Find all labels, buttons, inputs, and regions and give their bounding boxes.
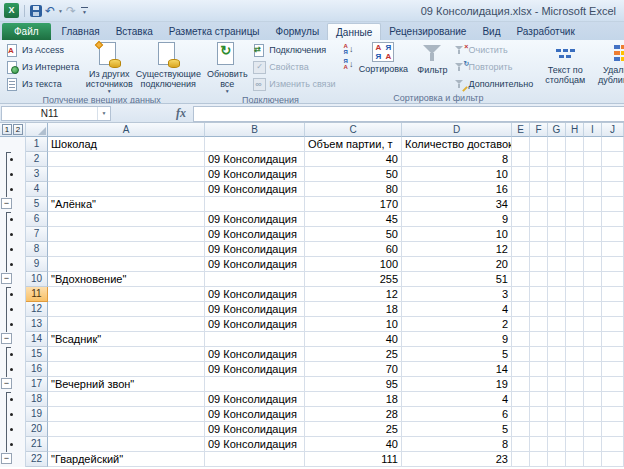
existing-connections-button[interactable]: Существующие подключения [137, 41, 199, 89]
cell-I5[interactable] [584, 197, 602, 212]
cell-C16[interactable]: 70 [305, 362, 402, 377]
column-header-I[interactable]: I [584, 123, 602, 137]
column-header-F[interactable]: F [530, 123, 548, 137]
cell-B14[interactable] [205, 332, 305, 347]
ribbon-tab-2[interactable]: Вставка [108, 23, 161, 40]
cell-E7[interactable] [512, 227, 530, 242]
cell-H5[interactable] [566, 197, 584, 212]
column-header-C[interactable]: C [305, 123, 402, 137]
cell-G18[interactable] [548, 392, 566, 407]
cell-I2[interactable] [584, 152, 602, 167]
cell-D4[interactable]: 16 [402, 182, 512, 197]
cell-I12[interactable] [584, 302, 602, 317]
ribbon-tab-3[interactable]: Разметка страницы [161, 23, 268, 40]
row-header-14[interactable]: 14 [26, 332, 48, 347]
cell-J16[interactable] [602, 362, 624, 377]
cell-B7[interactable]: 09 Консолидация [205, 227, 305, 242]
cell-D12[interactable]: 4 [402, 302, 512, 317]
cell-I19[interactable] [584, 407, 602, 422]
cell-A4[interactable] [48, 182, 205, 197]
cell-J1[interactable] [602, 137, 624, 152]
cell-F7[interactable] [530, 227, 548, 242]
row-header-19[interactable]: 19 [26, 407, 48, 422]
outline-level-button-2[interactable]: 2 [13, 124, 23, 135]
cell-F16[interactable] [530, 362, 548, 377]
formula-input[interactable] [193, 106, 624, 122]
outline-collapse-button[interactable]: − [1, 453, 12, 464]
cell-G17[interactable] [548, 377, 566, 392]
cell-B11[interactable]: 09 Консолидация [205, 287, 305, 302]
cell-E15[interactable] [512, 347, 530, 362]
cell-F9[interactable] [530, 257, 548, 272]
cell-G10[interactable] [548, 272, 566, 287]
cell-B12[interactable]: 09 Консолидация [205, 302, 305, 317]
row-header-13[interactable]: 13 [26, 317, 48, 332]
sort-descending-button[interactable]: ЯА ↓ [342, 57, 356, 71]
save-icon[interactable] [30, 5, 42, 17]
cell-G19[interactable] [548, 407, 566, 422]
customize-qat-icon[interactable]: ▼ [79, 5, 90, 16]
cell-I22[interactable] [584, 452, 602, 467]
cell-A11[interactable] [48, 287, 205, 302]
cell-D20[interactable]: 5 [402, 422, 512, 437]
cell-I8[interactable] [584, 242, 602, 257]
cell-G1[interactable] [548, 137, 566, 152]
cell-J10[interactable] [602, 272, 624, 287]
cell-E18[interactable] [512, 392, 530, 407]
ribbon-tab-8[interactable]: Разработчик [509, 23, 583, 40]
cell-I14[interactable] [584, 332, 602, 347]
column-header-J[interactable]: J [602, 123, 624, 137]
row-header-12[interactable]: 12 [26, 302, 48, 317]
cell-J19[interactable] [602, 407, 624, 422]
cell-G2[interactable] [548, 152, 566, 167]
cell-C21[interactable]: 40 [305, 437, 402, 452]
cell-I15[interactable] [584, 347, 602, 362]
cell-F20[interactable] [530, 422, 548, 437]
cell-B13[interactable]: 09 Консолидация [205, 317, 305, 332]
cell-F12[interactable] [530, 302, 548, 317]
cell-F13[interactable] [530, 317, 548, 332]
remove-duplicates-button[interactable]: Удалить дубликаты [591, 41, 624, 85]
cell-E1[interactable] [512, 137, 530, 152]
cell-G11[interactable] [548, 287, 566, 302]
row-header-15[interactable]: 15 [26, 347, 48, 362]
cell-J11[interactable] [602, 287, 624, 302]
column-header-H[interactable]: H [566, 123, 584, 137]
cell-F21[interactable] [530, 437, 548, 452]
ribbon-tab-1[interactable]: Главная [54, 23, 108, 40]
cell-I17[interactable] [584, 377, 602, 392]
cell-A14[interactable]: "Всадник" [48, 332, 205, 347]
cell-E12[interactable] [512, 302, 530, 317]
cell-A6[interactable] [48, 212, 205, 227]
cell-H21[interactable] [566, 437, 584, 452]
cell-G13[interactable] [548, 317, 566, 332]
name-box[interactable]: N11 ▼ [1, 106, 111, 121]
cell-I6[interactable] [584, 212, 602, 227]
cell-A17[interactable]: "Вечерний звон" [48, 377, 205, 392]
cell-J8[interactable] [602, 242, 624, 257]
cell-H12[interactable] [566, 302, 584, 317]
cell-G7[interactable] [548, 227, 566, 242]
cell-A16[interactable] [48, 362, 205, 377]
cell-E3[interactable] [512, 167, 530, 182]
cell-I21[interactable] [584, 437, 602, 452]
cell-E21[interactable] [512, 437, 530, 452]
ribbon-tab-4[interactable]: Формулы [268, 23, 328, 40]
cell-I16[interactable] [584, 362, 602, 377]
cell-F11[interactable] [530, 287, 548, 302]
cell-E2[interactable] [512, 152, 530, 167]
cell-C4[interactable]: 80 [305, 182, 402, 197]
cell-B21[interactable]: 09 Консолидация [205, 437, 305, 452]
cell-C14[interactable]: 40 [305, 332, 402, 347]
row-header-7[interactable]: 7 [26, 227, 48, 242]
cell-G15[interactable] [548, 347, 566, 362]
cell-F19[interactable] [530, 407, 548, 422]
cell-E5[interactable] [512, 197, 530, 212]
cell-F18[interactable] [530, 392, 548, 407]
cell-B1[interactable] [205, 137, 305, 152]
cell-H13[interactable] [566, 317, 584, 332]
row-header-1[interactable]: 1 [26, 137, 48, 152]
cell-F3[interactable] [530, 167, 548, 182]
cell-B10[interactable] [205, 272, 305, 287]
cell-D16[interactable]: 14 [402, 362, 512, 377]
